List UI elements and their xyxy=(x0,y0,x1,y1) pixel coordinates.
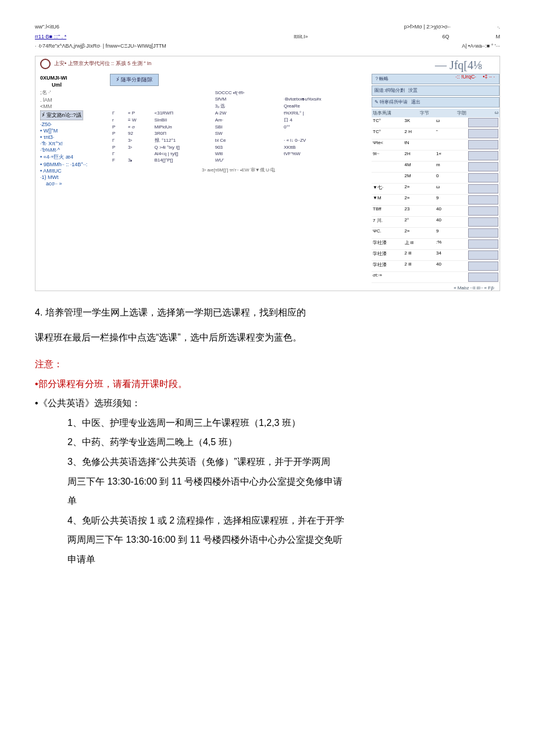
sidebar-link-5[interactable]: ·'b%Mt·^ xyxy=(40,147,110,153)
right-table-row: TC°3Kω xyxy=(372,117,500,128)
sub-4b: 两周周三下午 13:30-16:00 到 11 号楼四楼外语中心办公室提交免听 xyxy=(67,530,500,550)
sidebar-heading: 0XUMJI-WI xyxy=(40,75,110,81)
sidebar-link-3[interactable]: • τnt3· xyxy=(40,134,110,140)
right-table-row: TC°2 H" xyxy=(372,128,500,139)
ss-right-sub: ·:: !UrqC· xyxy=(455,74,476,80)
garble-top-left: ww".l<itU6 xyxy=(35,23,59,31)
ss-right-title: — Jfq[4⅛ xyxy=(435,59,482,72)
sidebar-link-4[interactable]: ·'ft· Xπ°'x! xyxy=(40,141,110,146)
logo-circle-icon xyxy=(40,59,51,69)
row-action-button[interactable] xyxy=(468,140,499,149)
center-footer: 3› aıe[τ6M[]'] τn'r·· •EW 审▼俄 U·电 xyxy=(110,167,367,173)
right-footer: « Mabz ··II iII·· « Fβ· xyxy=(372,285,500,291)
garble-line3-right: A| •A‹wa-·:■ ° '··· xyxy=(462,42,500,50)
sub-2: 2、中药、药学专业选周二晚上（4,5 班） xyxy=(67,432,500,452)
step-4-line-1: 4. 培养管理一学生网上选课，选择第一学期已选课程，找到相应的 xyxy=(35,303,500,323)
right-table-row: ▼M2»9 xyxy=(372,195,500,206)
sidebar-link-7[interactable]: • 9BMMh·· :: ·14B°··: xyxy=(40,162,110,167)
sub-3c: 单 xyxy=(67,491,500,511)
right-table-row: ▼七·2»ω xyxy=(372,184,500,195)
right-table-row: 2M0 xyxy=(372,173,500,184)
row-action-button[interactable] xyxy=(468,151,499,160)
garble-top-right-b: ·. xyxy=(497,23,500,31)
sub-3a: 3、免修公共英语选择“公共英语（免修）”课程班，并于开学两周 xyxy=(67,452,500,472)
row-action-button[interactable] xyxy=(468,239,499,249)
sidebar: 0XUMJI-WI Uml ;名 ·' . lAM <MM ≯ 室文路n论::?… xyxy=(35,74,110,291)
row-action-button[interactable] xyxy=(468,162,499,171)
sidebar-selected[interactable]: ≯ 室文路n论::?議 xyxy=(40,110,83,120)
right-table-row: ΨC.2»9 xyxy=(372,228,500,239)
row-action-button[interactable] xyxy=(468,206,499,216)
sidebar-link-2[interactable]: • W[]°M xyxy=(40,128,110,134)
step-4-line-2: 课程班在最后一栏操作中点选“选课”，选中后所选课程变为蓝色。 xyxy=(35,328,500,347)
row-action-button[interactable] xyxy=(468,195,499,205)
main-panel: ≯ 隧率分剿隧隙 SOCCC •f(·tfI› SfVM·Bvtœtxxəu%x… xyxy=(110,74,372,291)
sidebar-link-6[interactable]: • «4·+巨火 æ4 xyxy=(40,153,110,161)
right-table-row: 7 川.2°40 xyxy=(372,217,500,228)
sidebar-l3: <MM xyxy=(40,103,110,109)
row-action-button[interactable] xyxy=(468,173,499,182)
embedded-screenshot: 上安• 上暨京大學代河位 :: 系孩 5 生測 " In — Jfq[4⅛ ·:… xyxy=(35,56,500,291)
right-table-row: 学社漆上 ill:% xyxy=(372,239,500,250)
sidebar-l1: ;名 ·' xyxy=(40,89,110,96)
right-panel: ？帳略 圏道:I抑陥分剿没置 ✎ 特寒得所申请退出 场事馬溝字节字朗ω TC°3… xyxy=(372,74,500,291)
right-table-row: 学社漆2 ill34 xyxy=(372,250,500,261)
garble-line3-left: · ·t›74Re"x^ΛBΛ,jrwjβ·JIxRσ· | fnww«CΞJU… xyxy=(35,42,166,50)
right-table-row: 9I··2H1« xyxy=(372,151,500,162)
note-bullet-2: •《公共英语》选班须知： xyxy=(35,393,500,413)
right-table-row: 4Mm xyxy=(372,162,500,173)
ss-right-sub2: •‡ ·· · xyxy=(483,74,495,80)
row-action-button[interactable] xyxy=(468,228,499,238)
right-table-row: Ψte<tN xyxy=(372,139,500,151)
sidebar-link-10[interactable]: acσ·· » xyxy=(46,181,110,187)
note-heading: 注意： xyxy=(35,354,500,374)
right-table-row: σt:·» xyxy=(372,272,500,283)
garble-line2-mid: ItIIit.I» xyxy=(294,33,308,41)
sidebar-link-9[interactable]: ·1) MWt xyxy=(40,174,110,180)
sidebar-link-1[interactable]: ·Z50· xyxy=(40,121,110,127)
right-table-row: 学社漆2 ill40 xyxy=(372,261,500,272)
note-bullet-1: •部分课程有分班，请看清开课时段。 xyxy=(35,374,500,394)
right-toolbar-2[interactable]: 圏道:I抑陥分剿没置 xyxy=(372,85,500,96)
right-table-header: 场事馬溝字节字朗ω xyxy=(372,109,500,117)
garble-line2-right-b: M xyxy=(496,33,501,41)
sidebar-uml: Uml xyxy=(52,82,110,88)
sub-4c: 申请单 xyxy=(67,550,500,569)
sidebar-l2: . lAM xyxy=(40,97,110,103)
ss-header-text: 上安• 上暨京大學代河位 :: 系孩 5 生測 " In xyxy=(54,60,151,67)
right-toolbar-3[interactable]: ✎ 特寒得所申请退出 xyxy=(372,97,500,108)
sidebar-link-8[interactable]: • AMItUC xyxy=(40,168,110,174)
row-action-button[interactable] xyxy=(468,184,499,194)
row-action-button[interactable] xyxy=(468,129,499,138)
row-action-button[interactable] xyxy=(468,261,499,271)
row-action-button[interactable] xyxy=(468,217,499,227)
sub-1: 1、中医、护理专业选周一和周三上午课程班（1,2,3 班） xyxy=(67,413,500,433)
right-table-row: TBff2340 xyxy=(372,206,500,217)
right-toolbar-1[interactable]: ？帳略 xyxy=(372,74,500,84)
row-action-button[interactable] xyxy=(468,250,499,260)
garble-line2-left[interactable]: rr11·B■ :::" . * xyxy=(35,34,66,40)
instruction-text: 4. 培养管理一学生网上选课，选择第一学期已选课程，找到相应的 课程班在最后一栏… xyxy=(35,303,500,569)
sub-3b: 周三下午 13:30-16:00 到 11 号楼四楼外语中心办公室提交免修申请 xyxy=(67,472,500,492)
garble-line2-right-a: 6Q xyxy=(442,33,449,41)
row-action-button[interactable] xyxy=(468,273,499,282)
row-action-button[interactable] xyxy=(468,118,499,127)
sub-4a: 4、免听公共英语按 1 或 2 流程操作，选择相应课程班，并在于开学 xyxy=(67,511,500,531)
center-garble-table: SOCCC •f(·tfI› SfVM·Bvtœtxxəu%xs#x 3₃ 选Q… xyxy=(110,89,367,163)
main-action-button[interactable]: ≯ 隧率分剿隧隙 xyxy=(110,74,159,86)
garble-top-right-a: p>f>Mσ | 2:>χIσ>σ-· xyxy=(404,23,451,31)
